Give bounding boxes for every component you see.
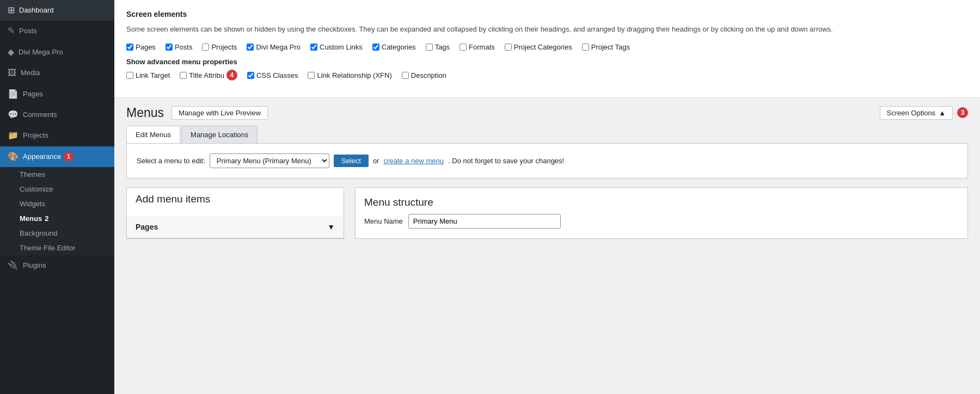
screen-options-label: Screen Options [887,109,936,117]
widgets-label: Widgets [20,200,45,208]
create-new-menu-link[interactable]: create a new menu [383,157,444,165]
sidebar-item-posts[interactable]: ✎ Posts [0,21,114,41]
checkbox-description[interactable]: Description [402,71,446,79]
menus-label: Menus [20,214,42,223]
plugins-icon: 🔌 [8,260,19,272]
menu-name-input[interactable] [408,214,561,229]
menus-title: Menus [126,106,164,120]
screen-options-checkboxes: Pages Posts Projects Divi Mega Pro Custo… [126,43,968,51]
screen-options-badge: 3 [957,107,968,118]
create-menu-suffix: . Do not forget to save your changes! [448,157,564,165]
checkbox-formats[interactable]: Formats [460,43,495,51]
sidebar-submenu: Themes Customize Widgets Menus 2 Backgro… [0,167,114,255]
appearance-badge: 1 [64,152,74,162]
pages-icon: 📄 [8,88,19,100]
menu-name-label: Menu Name [364,217,403,225]
checkbox-divi-mega-pro[interactable]: Divi Mega Pro [247,43,301,51]
checkbox-project-categories[interactable]: Project Categories [505,43,572,51]
menu-name-row: Menu Name [364,214,959,229]
sidebar-item-customize[interactable]: Customize [0,182,114,196]
divi-icon: ◆ [8,46,14,58]
advanced-label: Show advanced menu properties [126,58,968,66]
sidebar-item-projects[interactable]: 📁 Projects [0,125,114,146]
background-label: Background [20,229,57,237]
tabs-bar: Edit Menus Manage Locations [114,120,980,143]
tab-manage-locations[interactable]: Manage Locations [181,126,258,143]
menus-badge: 2 [45,214,48,223]
sidebar-item-label: Dashboard [19,5,54,15]
sidebar-item-menus[interactable]: Menus 2 [0,211,114,226]
main-content: Screen elements Some screen elements can… [114,0,980,394]
sidebar-item-label: Divi Mega Pro [19,47,63,57]
add-menu-items-panel: Add menu items Pages ▼ [126,187,344,239]
menus-title-row: Menus Manage with Live Preview [126,106,268,120]
projects-icon: 📁 [8,130,19,141]
sidebar-item-label: Comments [23,110,57,120]
checkbox-link-relationship[interactable]: Link Relationship (XFN) [308,71,391,79]
appearance-icon: 🎨 [8,151,19,163]
select-button[interactable]: Select [334,155,369,167]
screen-options-panel: Screen elements Some screen elements can… [114,0,980,98]
live-preview-button[interactable]: Manage with Live Preview [171,106,268,120]
sidebar-item-background[interactable]: Background [0,226,114,241]
sidebar: ⊞ Dashboard ✎ Posts ◆ Divi Mega Pro 🖼 Me… [0,0,114,394]
select-menu-row: Select a menu to edit: Primary Menu (Pri… [137,153,958,168]
add-menu-items-title-area: Add menu items [127,188,344,216]
sidebar-item-plugins[interactable]: 🔌 Plugins [0,255,114,276]
advanced-checkboxes: Link Target Title Attribu4 CSS Classes L… [126,70,968,81]
or-text: or [373,157,379,165]
sidebar-item-label: Media [21,68,40,78]
checkbox-pages[interactable]: Pages [126,43,156,51]
tab-edit-menus[interactable]: Edit Menus [126,126,180,143]
sidebar-item-media[interactable]: 🖼 Media [0,63,114,83]
menu-select-dropdown[interactable]: Primary Menu (Primary Menu) [210,153,329,168]
plugins-label: Plugins [23,261,46,270]
screen-options-description: Some screen elements can be shown or hid… [126,24,968,35]
sidebar-item-widgets[interactable]: Widgets [0,196,114,211]
checkbox-link-target[interactable]: Link Target [126,71,170,79]
sidebar-item-themes[interactable]: Themes [0,167,114,182]
pages-accordion-arrow: ▼ [327,223,335,231]
sidebar-item-divi-mega-pro[interactable]: ◆ Divi Mega Pro [0,42,114,63]
sidebar-item-appearance[interactable]: 🎨 Appearance 1 [0,146,114,167]
add-menu-items-title: Add menu items [136,193,335,205]
checkbox-project-tags[interactable]: Project Tags [582,43,630,51]
customize-label: Customize [20,185,53,193]
pages-accordion-label: Pages [136,223,158,231]
sidebar-item-label: Projects [23,131,48,140]
sidebar-item-label: Pages [23,89,43,99]
sidebar-item-label: Appearance [23,152,61,162]
theme-file-editor-label: Theme File Editor [20,244,76,252]
posts-icon: ✎ [8,25,15,37]
checkbox-css-classes[interactable]: CSS Classes [247,71,298,79]
sidebar-item-comments[interactable]: 💬 Comments [0,104,114,125]
select-menu-label: Select a menu to edit: [137,157,205,165]
screen-options-button[interactable]: Screen Options ▲ [880,106,953,120]
menu-select-area: Select a menu to edit: Primary Menu (Pri… [126,143,968,178]
menu-structure-panel: Menu structure Menu Name [355,187,968,239]
title-attributes-badge: 4 [226,70,237,81]
advanced-menu-properties: Show advanced menu properties Link Targe… [126,58,968,81]
sidebar-item-label: Posts [19,26,37,36]
checkbox-tags[interactable]: Tags [426,43,450,51]
sidebar-item-dashboard[interactable]: ⊞ Dashboard [0,0,114,21]
screen-options-arrow-icon: ▲ [939,109,946,117]
menu-structure-title: Menu structure [364,196,959,208]
screen-options-title: Screen elements [126,10,968,19]
themes-label: Themes [20,170,45,178]
sidebar-item-pages[interactable]: 📄 Pages [0,84,114,104]
media-icon: 🖼 [8,67,16,79]
lower-content: Add menu items Pages ▼ Menu structure Me… [126,187,968,239]
dashboard-icon: ⊞ [8,4,15,16]
checkbox-categories[interactable]: Categories [372,43,416,51]
checkbox-projects[interactable]: Projects [202,43,237,51]
menus-header-bar: Menus Manage with Live Preview Screen Op… [114,98,980,120]
pages-accordion-header[interactable]: Pages ▼ [127,216,344,238]
comments-icon: 💬 [8,109,19,121]
sidebar-item-theme-file-editor[interactable]: Theme File Editor [0,241,114,255]
checkbox-posts[interactable]: Posts [166,43,193,51]
checkbox-title-attributes[interactable]: Title Attribu4 [180,70,237,81]
checkbox-custom-links[interactable]: Custom Links [310,43,363,51]
